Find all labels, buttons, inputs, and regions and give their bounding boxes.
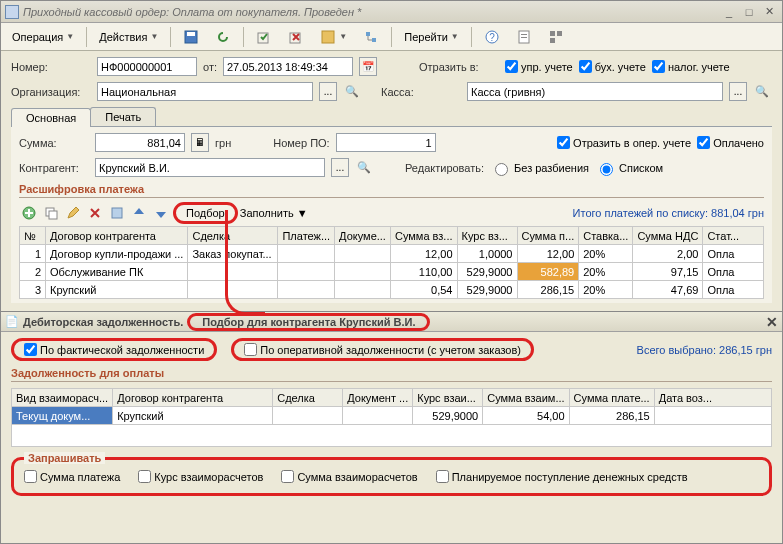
actions-menu[interactable]: Действия▼ xyxy=(92,28,165,46)
col-sump[interactable]: Сумма п... xyxy=(517,227,579,245)
refresh-icon[interactable] xyxy=(208,26,238,48)
goto-menu[interactable]: Перейти▼ xyxy=(397,28,466,46)
org-search-icon[interactable]: 🔍 xyxy=(343,82,361,101)
contr-label: Контрагент: xyxy=(19,162,89,174)
chk-oper-debt[interactable]: По оперативной задолженности (с учетом з… xyxy=(244,343,521,356)
col-doc[interactable]: Докуме... xyxy=(335,227,391,245)
svg-rect-1 xyxy=(187,32,195,36)
opt-oper-pill: По оперативной задолженности (с учетом з… xyxy=(231,338,534,361)
number-field[interactable] xyxy=(97,57,197,76)
chk-paid[interactable]: Оплачено xyxy=(697,136,764,149)
radio-norazb[interactable]: Без разбиения xyxy=(490,160,589,176)
chk-actual-debt[interactable]: По фактической задолженности xyxy=(24,343,204,356)
subwindow-title-prefix: Дебиторская задолженность. xyxy=(23,316,183,328)
col-nds[interactable]: Сумма НДС xyxy=(633,227,703,245)
opt-actual-pill: По фактической задолженности xyxy=(11,338,217,361)
dcol-kurs[interactable]: Курс взаи... xyxy=(413,389,483,407)
move-up-icon[interactable] xyxy=(129,203,149,223)
structure-icon[interactable] xyxy=(356,26,386,48)
add-row-icon[interactable] xyxy=(19,203,39,223)
ask-legend: Запрашивать xyxy=(24,452,105,464)
kassa-search-icon[interactable]: 🔍 xyxy=(753,82,771,101)
debt-grid[interactable]: Вид взаиморасч... Договор контрагента Сд… xyxy=(11,388,772,425)
col-stat[interactable]: Стат... xyxy=(703,227,764,245)
date-field[interactable] xyxy=(223,57,353,76)
table-row[interactable]: 2Обслуживание ПК110,00529,9000582,8920%9… xyxy=(20,263,764,281)
layout-icon[interactable] xyxy=(541,26,571,48)
svg-rect-14 xyxy=(550,38,555,43)
contr-pick-button[interactable]: ... xyxy=(331,158,349,177)
move-down-icon[interactable] xyxy=(151,203,171,223)
operation-menu[interactable]: Операция▼ xyxy=(5,28,81,46)
dcol-vid[interactable]: Вид взаиморасч... xyxy=(12,389,113,407)
unpost-icon[interactable] xyxy=(281,26,311,48)
records-icon[interactable]: ▼ xyxy=(313,26,354,48)
svg-rect-17 xyxy=(49,211,57,219)
chk-nal[interactable]: налог. учете xyxy=(652,60,730,73)
org-field[interactable] xyxy=(97,82,313,101)
org-label: Организация: xyxy=(11,86,91,98)
dcol-dog[interactable]: Договор контрагента xyxy=(113,389,273,407)
col-n[interactable]: № xyxy=(20,227,46,245)
chk-bux[interactable]: бух. учете xyxy=(579,60,646,73)
titlebar: Приходный кассовый ордер: Оплата от поку… xyxy=(1,1,782,23)
subwindow: 📄 Дебиторская задолженность. Подбор для … xyxy=(1,311,782,502)
subwindow-close-button[interactable]: ✕ xyxy=(766,314,778,330)
sum-label: Сумма: xyxy=(19,137,89,149)
tab-main[interactable]: Основная xyxy=(11,108,91,127)
settings-row-icon[interactable] xyxy=(107,203,127,223)
col-sumvz[interactable]: Сумма вз... xyxy=(390,227,457,245)
dcol-deal[interactable]: Сделка xyxy=(273,389,343,407)
dcol-sump[interactable]: Сумма плате... xyxy=(569,389,654,407)
po-field[interactable] xyxy=(336,133,436,152)
chk-ask-kurs[interactable]: Курс взаиморасчетов xyxy=(138,470,263,483)
edit-row-icon[interactable] xyxy=(63,203,83,223)
dcol-doc[interactable]: Документ ... xyxy=(343,389,413,407)
radio-list[interactable]: Списком xyxy=(595,160,663,176)
report-icon[interactable] xyxy=(509,26,539,48)
header-form: Номер: от: 📅 Отразить в: упр. учете бух.… xyxy=(1,51,782,309)
chk-oper[interactable]: Отразить в опер. учете xyxy=(557,136,691,149)
col-pay[interactable]: Платеж... xyxy=(278,227,335,245)
col-dog[interactable]: Договор контрагента xyxy=(46,227,188,245)
kassa-field[interactable] xyxy=(467,82,723,101)
table-row[interactable]: 1Договор купли-продажи ...Заказ покупат.… xyxy=(20,245,764,263)
svg-text:?: ? xyxy=(489,32,495,43)
svg-rect-5 xyxy=(366,32,370,36)
post-icon[interactable] xyxy=(249,26,279,48)
org-pick-button[interactable]: ... xyxy=(319,82,337,101)
chk-ask-sum[interactable]: Сумма платежа xyxy=(24,470,120,483)
date-picker-icon[interactable]: 📅 xyxy=(359,57,377,76)
help-icon[interactable]: ? xyxy=(477,26,507,48)
col-rate[interactable]: Ставка... xyxy=(579,227,633,245)
chk-ask-plan[interactable]: Планируемое поступление денежных средств xyxy=(436,470,688,483)
save-icon[interactable] xyxy=(176,26,206,48)
copy-row-icon[interactable] xyxy=(41,203,61,223)
sum-field[interactable] xyxy=(95,133,185,152)
close-button[interactable]: ✕ xyxy=(760,4,778,20)
podbor-button[interactable]: Подбор xyxy=(173,202,238,224)
table-row[interactable]: 3Крупский0,54529,9000286,1520%47,69Опла xyxy=(20,281,764,299)
delete-row-icon[interactable] xyxy=(85,203,105,223)
dcol-sumvz[interactable]: Сумма взаим... xyxy=(483,389,569,407)
fill-menu[interactable]: Заполнить▼ xyxy=(240,207,308,219)
kassa-pick-button[interactable]: ... xyxy=(729,82,747,101)
svg-rect-13 xyxy=(557,31,562,36)
table-row[interactable]: Текущ докум...Крупский529,900054,00286,1… xyxy=(12,407,772,425)
col-deal[interactable]: Сделка xyxy=(188,227,278,245)
tab-print[interactable]: Печать xyxy=(90,107,156,126)
contr-field[interactable] xyxy=(95,158,325,177)
svg-rect-4 xyxy=(322,31,334,43)
dcol-date[interactable]: Дата воз... xyxy=(654,389,771,407)
col-kurs[interactable]: Курс вз... xyxy=(457,227,517,245)
breakdown-total: Итого платежей по списку: 881,04 грн xyxy=(573,207,764,219)
chk-ask-sumvz[interactable]: Сумма взаиморасчетов xyxy=(281,470,417,483)
edit-label: Редактировать: xyxy=(405,162,484,174)
maximize-button[interactable]: □ xyxy=(740,4,758,20)
sub-total: Всего выбрано: 286,15 грн xyxy=(637,344,772,356)
minimize-button[interactable]: _ xyxy=(720,4,738,20)
breakdown-grid[interactable]: № Договор контрагента Сделка Платеж... Д… xyxy=(19,226,764,299)
chk-upr[interactable]: упр. учете xyxy=(505,60,573,73)
contr-search-icon[interactable]: 🔍 xyxy=(355,158,373,177)
calc-icon[interactable]: 🖩 xyxy=(191,133,209,152)
